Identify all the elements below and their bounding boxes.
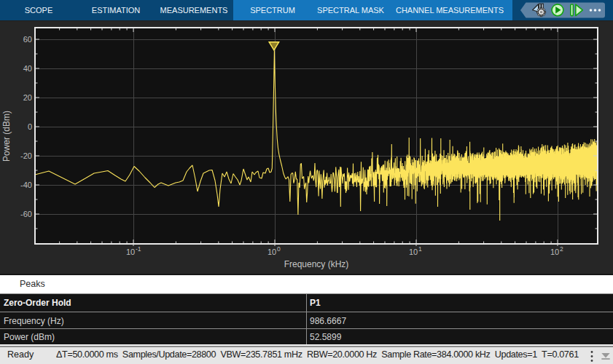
- svg-text:10: 10: [126, 248, 135, 256]
- svg-text:2: 2: [560, 245, 563, 253]
- svg-text:-40: -40: [20, 181, 32, 189]
- svg-text:40: 40: [23, 64, 32, 73]
- svg-text:10: 10: [550, 248, 559, 256]
- svg-text:-60: -60: [20, 210, 32, 218]
- svg-text:Frequency (kHz): Frequency (kHz): [284, 259, 349, 269]
- svg-text:60: 60: [23, 35, 32, 44]
- svg-text:Power (dBm): Power (dBm): [1, 111, 12, 162]
- svg-text:0: 0: [277, 245, 281, 253]
- svg-text:1: 1: [418, 245, 422, 253]
- svg-text:20: 20: [23, 93, 32, 102]
- svg-text:0: 0: [28, 122, 32, 131]
- svg-text:-1: -1: [136, 245, 141, 253]
- svg-text:10: 10: [268, 248, 276, 256]
- svg-text:-20: -20: [20, 151, 32, 160]
- svg-text:10: 10: [409, 248, 418, 256]
